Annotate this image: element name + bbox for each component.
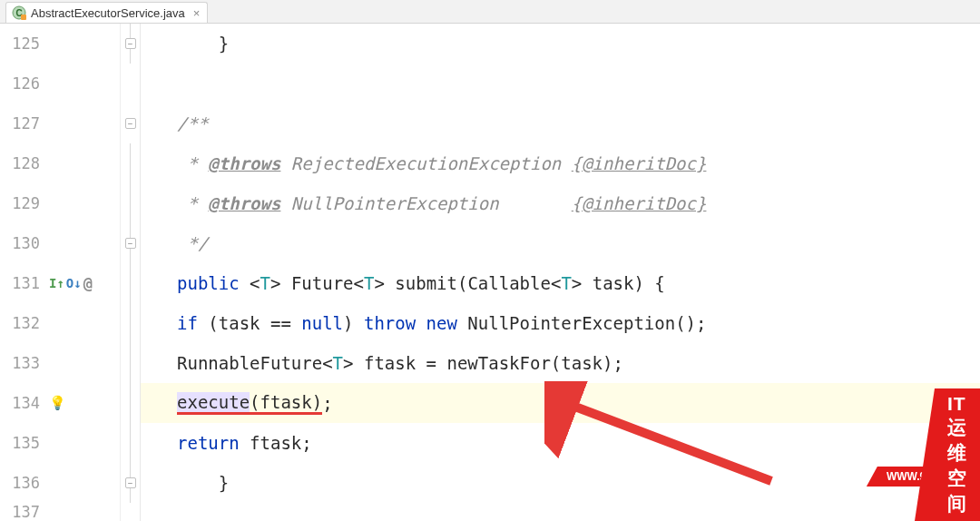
fold-handle-icon[interactable]: − [125, 118, 136, 129]
code-line[interactable]: } [141, 24, 980, 64]
code-line[interactable]: if (task == null) throw new NullPointerE… [141, 303, 980, 343]
editor-gutter: 125 − 126 127 − 128 129 130 − [0, 24, 141, 521]
annotation-icon: @ [83, 274, 93, 292]
code-line[interactable] [141, 64, 980, 103]
close-tab-icon[interactable]: × [193, 6, 201, 20]
svg-rect-2 [21, 15, 26, 20]
line-number: 131 [0, 274, 47, 292]
code-editor[interactable]: 125 − 126 127 − 128 129 130 − [0, 24, 980, 521]
code-line[interactable]: * @throws RejectedExecutionException {@i… [141, 143, 980, 183]
code-line[interactable]: /** [141, 103, 980, 143]
gutter-row: 125 − [0, 24, 140, 64]
code-line[interactable]: * @throws NullPointerException {@inherit… [141, 183, 980, 223]
intention-bulb-icon[interactable]: 💡 [49, 395, 66, 411]
line-number: 136 [0, 474, 47, 492]
line-number: 128 [0, 154, 47, 172]
code-line-highlighted[interactable]: execute(ftask); [141, 383, 980, 423]
line-number: 126 [0, 74, 47, 93]
fold-handle-icon[interactable]: − [125, 238, 136, 249]
code-line[interactable]: public <T> Future<T> submit(Callable<T> … [141, 263, 980, 303]
line-number: 127 [0, 114, 47, 133]
line-number: 135 [0, 434, 47, 452]
line-number: 129 [0, 194, 47, 212]
fold-handle-icon[interactable]: − [125, 38, 136, 49]
override-method-icon[interactable]: I↑ [49, 276, 64, 290]
file-tab[interactable]: C AbstractExecutorService.java × [5, 2, 208, 23]
code-line[interactable]: RunnableFuture<T> ftask = newTaskFor(tas… [141, 343, 980, 383]
line-number: 137 [0, 503, 47, 521]
java-class-file-icon: C [12, 5, 26, 20]
code-content[interactable]: } /** * @throws RejectedExecutionExcepti… [141, 24, 980, 521]
code-line[interactable]: */ [141, 223, 980, 263]
gutter-marker-icons[interactable]: I↑ O↓ @ [47, 274, 120, 292]
line-number: 125 [0, 34, 47, 53]
editor-tab-bar: C AbstractExecutorService.java × [0, 0, 980, 24]
line-number: 132 [0, 314, 47, 332]
line-number: 133 [0, 354, 47, 372]
fold-handle-icon[interactable]: − [125, 477, 136, 488]
line-number: 134 [0, 394, 47, 412]
line-number: 130 [0, 234, 47, 252]
code-line[interactable]: return ftask; [141, 423, 980, 463]
tab-filename: AbstractExecutorService.java [31, 6, 185, 20]
implemented-method-icon[interactable]: O↓ [66, 276, 82, 290]
code-line[interactable]: } [141, 463, 980, 503]
